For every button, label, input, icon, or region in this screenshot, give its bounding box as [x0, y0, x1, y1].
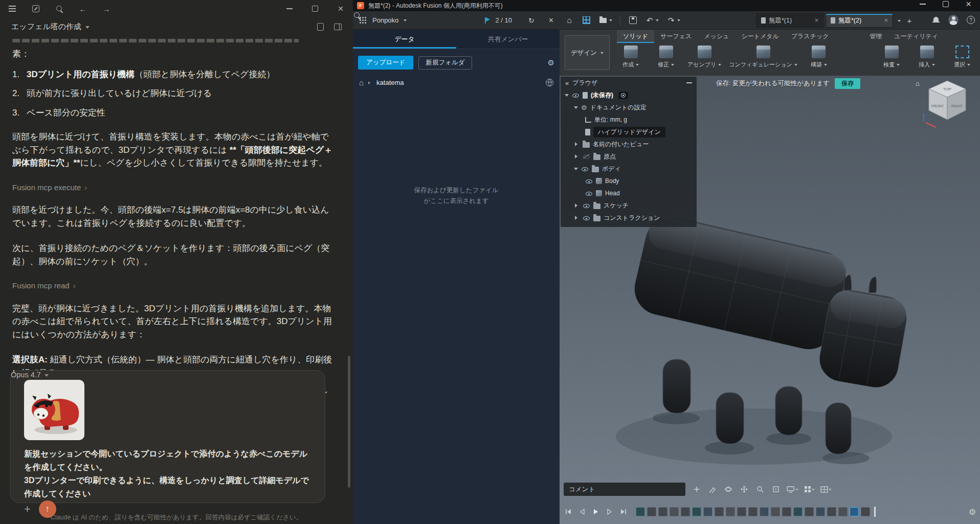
add-comment-icon[interactable]: [692, 484, 702, 494]
visibility-eye-icon[interactable]: [583, 202, 590, 209]
chevron-right-icon[interactable]: [575, 203, 580, 208]
viewports-menu[interactable]: [820, 486, 832, 493]
project-name[interactable]: Ponpoko: [372, 16, 398, 24]
timeline-feature-icon[interactable]: [805, 507, 814, 516]
timeline-feature-icon[interactable]: [715, 507, 724, 516]
chevron-down-icon[interactable]: [574, 106, 578, 111]
ribbon-tab[interactable]: シートメタル: [735, 30, 785, 43]
datapanel-tab[interactable]: 共有メンバー: [456, 30, 560, 49]
ribbon-group[interactable]: 修正: [652, 45, 680, 69]
timeline-settings-gear-icon[interactable]: [969, 507, 976, 517]
home-icon[interactable]: [359, 78, 364, 87]
undo-menu[interactable]: [645, 16, 659, 25]
close-icon[interactable]: [957, 0, 980, 8]
browser-tree-row[interactable]: Body: [561, 175, 697, 187]
visibility-eye-icon[interactable]: [585, 190, 593, 197]
refresh-icon[interactable]: [528, 16, 534, 25]
search-icon[interactable]: [55, 5, 63, 13]
minimize-icon[interactable]: [285, 5, 294, 13]
workspace-selector[interactable]: デザイン: [565, 35, 610, 70]
chevron-down-icon[interactable]: [574, 168, 578, 172]
panel-toggle-icon[interactable]: [333, 22, 342, 31]
activate-component-icon[interactable]: [618, 92, 628, 99]
chat-scrollbar[interactable]: [348, 356, 350, 488]
user-avatar[interactable]: [948, 15, 959, 25]
web-globe-icon[interactable]: [546, 79, 553, 86]
skip-to-end-icon[interactable]: [619, 507, 628, 516]
composer-message-text[interactable]: 新規セッションで今開いているプロジェクトで添付のような赤べこのモデルを作成してく…: [24, 447, 311, 500]
close-tab-icon[interactable]: [815, 17, 818, 24]
chevron-down-icon[interactable]: [565, 94, 569, 99]
breadcrumb-folder[interactable]: katatema: [376, 79, 404, 86]
minimize-panel-icon[interactable]: [686, 82, 692, 83]
close-tab-icon[interactable]: [884, 17, 888, 24]
ribbon-group[interactable]: 検査: [878, 45, 905, 69]
document-tab[interactable]: 無題*(2): [826, 13, 893, 28]
timeline-feature-icon[interactable]: [726, 507, 735, 516]
visibility-eye-off-icon[interactable]: [583, 153, 590, 160]
orbit-icon[interactable]: [723, 484, 733, 494]
timeline-feature-icon[interactable]: [703, 507, 712, 516]
viewcube-home-icon[interactable]: [916, 80, 920, 87]
ribbon-group[interactable]: コンフィギュレーション: [729, 45, 797, 69]
timeline-feature-icon[interactable]: [827, 507, 836, 516]
data-panel-toggle-icon[interactable]: [582, 16, 591, 25]
sidebar-menu-icon[interactable]: [8, 5, 16, 13]
ribbon-tab[interactable]: 管理: [863, 30, 888, 43]
browser-tree-row[interactable]: 単位: mm, g: [561, 113, 697, 126]
browser-tree-row[interactable]: 名前の付いたビュー: [561, 138, 697, 150]
ribbon-tab[interactable]: プラスチック: [785, 30, 835, 43]
browser-tree-row[interactable]: ドキュメントの設定: [561, 101, 697, 113]
timeline-feature-icon[interactable]: [816, 507, 825, 516]
ribbon-tab[interactable]: ソリッド: [617, 30, 654, 43]
3d-viewport[interactable]: ブラウザ (未保存): [560, 76, 980, 524]
timeline-feature-icon[interactable]: [782, 507, 791, 516]
forward-icon[interactable]: [102, 5, 110, 13]
browser-tree-row[interactable]: コンストラクション: [561, 212, 697, 224]
visibility-eye-icon[interactable]: [572, 92, 580, 99]
ribbon-tab[interactable]: ユーティリティ: [888, 30, 944, 43]
collapse-panel-icon[interactable]: [565, 79, 569, 87]
view-cube[interactable]: TOP FRONT RIGHT: [916, 78, 972, 131]
timeline-feature-icon[interactable]: [692, 507, 701, 516]
timeline-feature-icon[interactable]: [838, 507, 848, 516]
visibility-eye-icon[interactable]: [585, 177, 593, 185]
tab-list-chevron-icon[interactable]: [895, 16, 903, 25]
artifact-icon[interactable]: [316, 22, 324, 31]
help-icon[interactable]: [967, 16, 975, 24]
browser-tree-row[interactable]: Head: [561, 187, 697, 199]
message-composer[interactable]: 新規セッションで今開いているプロジェクトで添付のような赤べこのモデルを作成してく…: [10, 370, 325, 503]
comment-input[interactable]: コメント: [564, 483, 685, 496]
model-selector[interactable]: Opus 4.7: [11, 371, 49, 379]
chevron-right-icon[interactable]: [575, 154, 580, 158]
browser-tree-row[interactable]: ハイブリッドデザイン: [561, 126, 697, 138]
datapanel-tab[interactable]: データ: [353, 30, 456, 49]
skip-to-start-icon[interactable]: [564, 507, 573, 516]
attached-image-akabeko[interactable]: [24, 380, 84, 440]
browser-tree-row[interactable]: (未保存): [561, 89, 697, 101]
browser-tree-row[interactable]: ボディ: [561, 163, 697, 175]
browser-tree-row[interactable]: 原点: [561, 150, 697, 163]
new-folder-button[interactable]: 新規フォルダ: [418, 56, 472, 70]
projects-grid-icon[interactable]: [359, 16, 367, 25]
step-forward-icon[interactable]: [605, 507, 614, 516]
back-icon[interactable]: [79, 5, 87, 13]
chevron-right-icon[interactable]: [575, 216, 580, 220]
ribbon-group[interactable]: 構築: [805, 45, 833, 69]
markup-pen-icon[interactable]: [707, 484, 718, 494]
timeline-feature-icon[interactable]: [681, 507, 690, 516]
close-icon[interactable]: [337, 5, 345, 13]
display-settings-menu[interactable]: [787, 486, 798, 493]
timeline-feature-icon[interactable]: [760, 507, 769, 516]
visibility-eye-icon[interactable]: [583, 214, 590, 221]
chevron-right-icon[interactable]: [575, 142, 580, 146]
timeline-feature-icon[interactable]: [748, 507, 758, 516]
timeline-feature-icon[interactable]: [737, 507, 746, 516]
new-chat-icon[interactable]: [32, 5, 40, 13]
timeline-feature-icon[interactable]: [670, 507, 679, 516]
timeline-feature-icon[interactable]: [771, 507, 780, 516]
timeline-feature-icon[interactable]: [647, 507, 656, 516]
save-icon[interactable]: [628, 16, 637, 25]
file-menu[interactable]: [598, 16, 612, 25]
play-icon[interactable]: [591, 507, 600, 516]
